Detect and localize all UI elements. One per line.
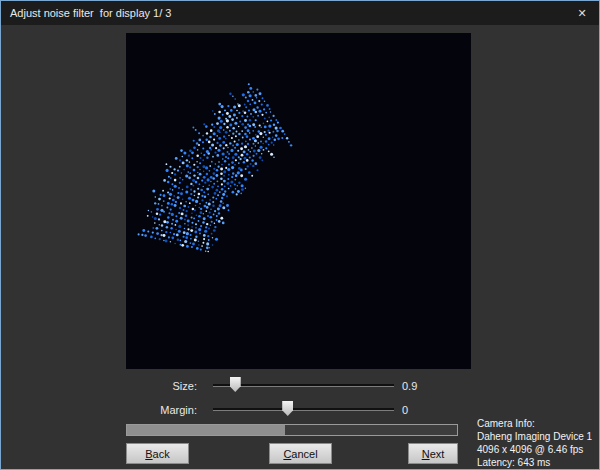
camera-info-resolution: 4096 x 4096 @ 6.46 fps <box>477 443 597 456</box>
margin-label: Margin: <box>135 404 197 416</box>
close-icon[interactable]: ✕ <box>565 1 599 25</box>
size-slider[interactable] <box>213 376 394 393</box>
back-button[interactable]: Back <box>126 443 189 464</box>
camera-info-latency: Latency: 643 ms <box>477 456 597 469</box>
title-bar[interactable]: Adjust noise filter for display 1/ 3 ✕ <box>1 1 599 25</box>
progress-bar <box>126 424 458 436</box>
margin-value: 0 <box>402 404 408 416</box>
camera-info: Camera Info: Daheng Imaging Device 1 409… <box>477 417 597 470</box>
pointcloud-preview <box>126 33 471 369</box>
cancel-button[interactable]: Cancel <box>269 443 332 464</box>
window-title: Adjust noise filter for display 1/ 3 <box>1 7 171 19</box>
camera-info-heading: Camera Info: <box>477 417 597 430</box>
size-value: 0.9 <box>402 380 417 392</box>
next-button[interactable]: Next <box>408 443 458 464</box>
size-slider-thumb[interactable] <box>230 377 241 392</box>
dialog-window: Adjust noise filter for display 1/ 3 ✕ S… <box>0 0 600 470</box>
progress-bar-fill <box>127 425 285 435</box>
pointcloud-svg <box>126 33 471 369</box>
margin-slider-track[interactable] <box>213 408 394 410</box>
margin-slider[interactable] <box>213 400 394 417</box>
size-label: Size: <box>135 380 197 392</box>
camera-info-device: Daheng Imaging Device 1 <box>477 430 597 443</box>
margin-slider-thumb[interactable] <box>282 401 293 416</box>
